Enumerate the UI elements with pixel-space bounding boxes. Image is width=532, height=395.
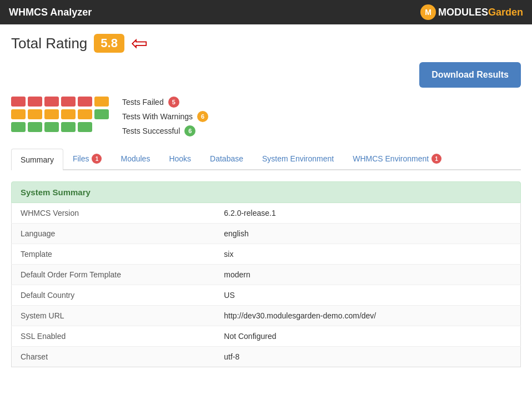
table-row: Default Order Form Template modern — [12, 265, 521, 285]
bar-row-warnings — [11, 109, 109, 119]
tab-files[interactable]: Files 1 — [63, 148, 112, 169]
stats-section: Tests Failed 5 Tests With Warnings 6 Tes… — [11, 97, 521, 136]
tests-failed-badge: 5 — [168, 97, 179, 108]
tab-system-environment[interactable]: System Environment — [253, 148, 343, 169]
system-summary-section: System Summary WHMCS Version 6.2.0-relea… — [11, 181, 521, 367]
table-row: SSL Enabled Not Configured — [12, 326, 521, 347]
bar-square-green-2 — [11, 122, 26, 132]
bar-square-green-4 — [44, 122, 59, 132]
total-rating-row: Total Rating 5.8 ⇦ — [11, 33, 521, 53]
bar-square-green-3 — [28, 122, 42, 132]
rating-badge: 5.8 — [94, 34, 124, 53]
row-label: System URL — [12, 306, 215, 326]
logo: M MODULESGarden — [420, 4, 523, 20]
row-label: SSL Enabled — [12, 326, 215, 347]
table-row: Language english — [12, 224, 521, 244]
tests-warnings-label: Tests With Warnings — [122, 112, 193, 121]
bar-square-orange-4 — [44, 109, 59, 119]
row-value: Not Configured — [215, 326, 520, 347]
row-value: http://dev30.modulesgarden-demo.com/dev/ — [215, 306, 520, 326]
arrow-left-icon: ⇦ — [131, 33, 148, 53]
table-row: Charset utf-8 — [12, 347, 521, 367]
stats-labels: Tests Failed 5 Tests With Warnings 6 Tes… — [122, 97, 208, 136]
row-label: Template — [12, 244, 215, 265]
tab-database[interactable]: Database — [200, 148, 253, 169]
toolbar-row: Download Results — [11, 62, 521, 88]
table-row: Default Country US — [12, 285, 521, 306]
row-label: Language — [12, 224, 215, 244]
tab-files-badge: 1 — [92, 154, 102, 164]
logo-icon: M — [420, 4, 436, 20]
row-label: WHMCS Version — [12, 203, 215, 224]
table-row: WHMCS Version 6.2.0-release.1 — [12, 203, 521, 224]
tab-hooks[interactable]: Hooks — [159, 148, 200, 169]
stat-successful: Tests Successful 6 — [122, 125, 208, 136]
table-row: System URL http://dev30.modulesgarden-de… — [12, 306, 521, 326]
download-results-button[interactable]: Download Results — [419, 62, 521, 88]
app-title: WHMCS Analyzer — [9, 7, 92, 18]
tests-successful-label: Tests Successful — [122, 126, 180, 135]
row-label: Default Order Form Template — [12, 265, 215, 285]
tab-modules[interactable]: Modules — [111, 148, 159, 169]
summary-heading: System Summary — [11, 181, 521, 203]
stat-failed: Tests Failed 5 — [122, 97, 208, 108]
table-row: Template six — [12, 244, 521, 265]
tab-whmcs-environment-badge: 1 — [431, 154, 441, 164]
row-value: 6.2.0-release.1 — [215, 203, 520, 224]
bar-square-red-3 — [44, 97, 59, 107]
row-value: US — [215, 285, 520, 306]
bar-row-failed — [11, 97, 109, 107]
row-value: modern — [215, 265, 520, 285]
row-label: Default Country — [12, 285, 215, 306]
bar-square-orange-5 — [61, 109, 76, 119]
bar-square-green-6 — [78, 122, 92, 132]
bar-square-orange-3 — [28, 109, 42, 119]
bar-square-orange-2 — [11, 109, 26, 119]
tests-successful-badge: 6 — [184, 125, 195, 136]
bar-row-successful — [11, 122, 109, 132]
row-value: six — [215, 244, 520, 265]
bar-square-red-4 — [61, 97, 76, 107]
summary-table: WHMCS Version 6.2.0-release.1 Language e… — [11, 203, 521, 367]
bar-square-red-2 — [28, 97, 42, 107]
color-bars — [11, 97, 109, 132]
main-content: Total Rating 5.8 ⇦ Download Results — [0, 24, 532, 376]
bar-square-red-1 — [11, 97, 26, 107]
tab-whmcs-environment[interactable]: WHMCS Environment 1 — [343, 148, 451, 169]
total-rating-label: Total Rating — [11, 35, 87, 52]
bar-square-green-1 — [94, 109, 109, 119]
tests-warnings-badge: 6 — [197, 111, 208, 122]
row-value: english — [215, 224, 520, 244]
bar-square-orange-6 — [78, 109, 92, 119]
stat-warnings: Tests With Warnings 6 — [122, 111, 208, 122]
bar-square-green-5 — [61, 122, 76, 132]
row-label: Charset — [12, 347, 215, 367]
bar-square-red-5 — [78, 97, 92, 107]
app-header: WHMCS Analyzer M MODULESGarden — [0, 0, 532, 24]
row-value: utf-8 — [215, 347, 520, 367]
tab-summary[interactable]: Summary — [11, 149, 63, 170]
logo-text: MODULESGarden — [438, 7, 523, 18]
bar-square-orange-1 — [94, 97, 109, 107]
tests-failed-label: Tests Failed — [122, 98, 164, 107]
tabs-row: Summary Files 1 Modules Hooks Database S… — [11, 148, 521, 170]
